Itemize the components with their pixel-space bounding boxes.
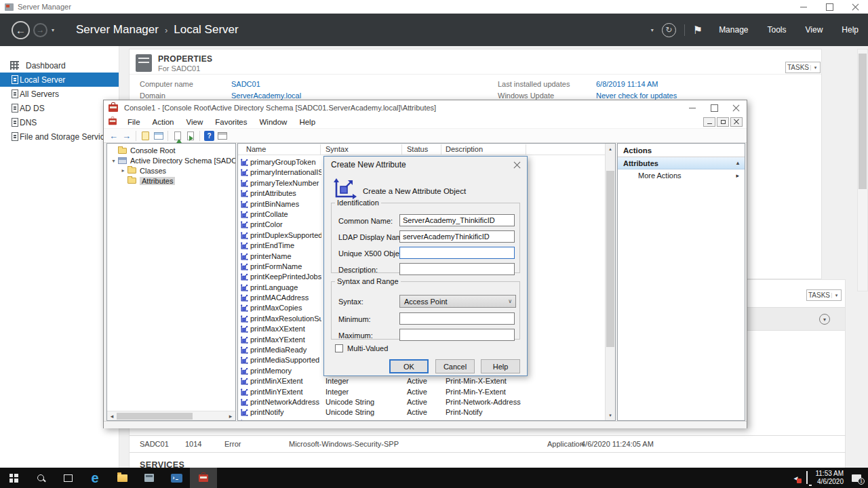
attribute-row-printnumberup[interactable]: printNumberUpIntegerActivePrint-Number-U… [238, 419, 605, 420]
attribute-row-printminxextent[interactable]: printMinXExtentIntegerActivePrint-Min-X-… [238, 377, 605, 387]
tree-item-console-root[interactable]: Console Root [107, 146, 235, 156]
toolbar-export-list-button[interactable] [184, 130, 197, 142]
taskbar-server-manager-button[interactable] [136, 468, 163, 488]
common-name-field[interactable] [399, 214, 515, 226]
toolbar-show-window-button[interactable] [216, 130, 229, 142]
sidebar-item-dashboard[interactable]: Dashboard [0, 58, 119, 73]
scroll-down-icon[interactable]: ▾ [606, 410, 615, 420]
child-close-button[interactable] [730, 117, 743, 127]
column-header-name[interactable]: Name [246, 145, 266, 153]
scroll-up-icon[interactable]: ▴ [606, 144, 615, 154]
refresh-button[interactable]: ↻ [662, 23, 676, 37]
description-field[interactable] [399, 263, 515, 275]
console-close-button[interactable] [725, 100, 747, 115]
maximum-field[interactable] [399, 329, 515, 341]
sidebar-item-dns[interactable]: DNS [0, 115, 119, 129]
console-maximize-button[interactable] [703, 100, 725, 115]
child-minimize-button[interactable] [703, 117, 715, 127]
list-vertical-scrollbar[interactable]: ▴ ▾ [605, 144, 615, 420]
console-titlebar[interactable]: Console1 - [Console Root\Active Director… [104, 100, 747, 115]
tree-horizontal-scrollbar[interactable]: ◂ ▸ [107, 411, 235, 420]
breadcrumb-root[interactable]: Server Manager [76, 23, 159, 37]
notifications-caret-icon[interactable]: ▾ [651, 27, 654, 33]
notification-center-icon[interactable]: 1 [852, 474, 861, 482]
tree-item-attributes[interactable]: Attributes [107, 176, 235, 186]
chevron-down-icon[interactable]: ▾ [109, 158, 118, 164]
console-minimize-button[interactable] [682, 100, 703, 115]
dialog-titlebar[interactable]: Create New Attribute [324, 157, 527, 173]
properties-tasks-button[interactable]: TASKS ▾ [785, 62, 821, 73]
prop-value-computer-name[interactable]: SADC01 [231, 80, 260, 88]
attribute-row-printnetworkaddress[interactable]: printNetworkAddressUnicode StringActiveP… [238, 398, 605, 408]
console-menu-view[interactable]: View [180, 118, 210, 126]
scroll-left-icon[interactable]: ◂ [107, 411, 117, 420]
toolbar-back-button[interactable]: ← [107, 130, 120, 142]
forward-button[interactable]: → [33, 23, 47, 37]
tree-item-schema[interactable]: ▾ Active Directory Schema [SADC01.Ser [107, 156, 235, 166]
toolbar-import-button[interactable] [171, 130, 184, 142]
minimize-button[interactable] [791, 0, 816, 14]
child-restore-button[interactable] [717, 117, 729, 127]
scrollbar-thumb[interactable] [117, 413, 193, 420]
x500-object-id-field[interactable] [399, 247, 515, 259]
start-button[interactable] [0, 468, 27, 488]
task-view-button[interactable] [54, 468, 81, 488]
header-menu-view[interactable]: View [796, 14, 833, 46]
attribute-row-printminyextent[interactable]: printMinYExtentIntegerActivePrint-Min-Y-… [238, 388, 605, 398]
syntax-dropdown[interactable]: Access Point ∨ [399, 295, 516, 308]
taskbar-edge-button[interactable]: e [81, 468, 108, 488]
header-menu-tools[interactable]: Tools [758, 14, 796, 46]
sidebar-item-ad-ds[interactable]: AD DS [0, 101, 119, 115]
main-scrollbar[interactable] [857, 49, 868, 291]
scrollbar-thumb[interactable] [859, 54, 867, 189]
help-button[interactable]: Help [481, 359, 520, 373]
collapse-button[interactable]: ▾ [819, 314, 830, 325]
breadcrumb-current[interactable]: Local Server [174, 23, 238, 37]
multi-valued-checkbox[interactable] [335, 344, 343, 352]
chevron-right-icon[interactable]: ▸ [119, 167, 127, 174]
prop-value-last-updates[interactable]: 6/8/2019 11:14 AM [596, 80, 658, 88]
network-icon[interactable] [806, 472, 808, 484]
close-button[interactable] [842, 0, 868, 14]
console-menu-help[interactable]: Help [293, 118, 321, 126]
sidebar-item-local-server[interactable]: Local Server [0, 73, 119, 87]
tree-item-classes[interactable]: ▸ Classes [107, 166, 235, 176]
nav-caret-icon[interactable]: ▾ [52, 27, 54, 33]
sidebar-item-file-and-storage-services[interactable]: File and Storage Services▸ [0, 129, 119, 144]
attribute-row-printnotify[interactable]: printNotifyUnicode StringActivePrint-Not… [238, 408, 605, 418]
more-actions-item[interactable]: More Actions ▸ [618, 169, 745, 182]
taskbar-explorer-button[interactable] [108, 468, 136, 488]
taskbar-clock[interactable]: 11:53 AM 4/6/2020 [815, 470, 844, 486]
prop-value-domain[interactable]: ServerAcademy.local [231, 92, 301, 100]
taskbar-powershell-button[interactable]: › [163, 468, 190, 488]
toolbar-help-button[interactable]: ? [203, 130, 216, 142]
header-menu-help[interactable]: Help [832, 14, 868, 46]
back-button[interactable]: ← [12, 21, 30, 39]
prop-value-windows-update[interactable]: Never check for updates [596, 92, 677, 100]
console-menu-action[interactable]: Action [146, 118, 180, 126]
toolbar-export-button[interactable] [139, 130, 152, 142]
toolbar-properties-button[interactable] [152, 130, 165, 142]
column-header-status[interactable]: Status [407, 145, 428, 153]
console-menu-favorites[interactable]: Favorites [209, 118, 253, 126]
taskbar-mmc-button[interactable] [190, 468, 217, 488]
console-menu-file[interactable]: File [121, 118, 146, 126]
header-menu-manage[interactable]: Manage [709, 14, 757, 46]
events-tasks-button[interactable]: TASKS ▾ [806, 289, 842, 301]
cancel-button[interactable]: Cancel [435, 359, 475, 373]
toolbar-forward-button[interactable]: → [120, 130, 133, 142]
console-menu-window[interactable]: Window [254, 118, 294, 126]
column-header-syntax[interactable]: Syntax [326, 145, 349, 153]
sidebar-item-all-servers[interactable]: All Servers [0, 87, 119, 101]
maximize-button[interactable] [816, 0, 842, 14]
actions-group-attributes[interactable]: Attributes ▴ [618, 157, 745, 169]
notifications-flag-icon[interactable]: ⚑ [693, 24, 703, 37]
column-header-description[interactable]: Description [446, 145, 483, 153]
dialog-close-button[interactable] [507, 157, 527, 173]
taskbar-search-button[interactable] [27, 468, 54, 488]
event-table-row[interactable]: SADC01 1014 Error Microsoft-Windows-Secu… [130, 435, 846, 453]
scroll-right-icon[interactable]: ▸ [226, 411, 235, 420]
ldap-display-name-field[interactable] [399, 230, 515, 243]
ok-button[interactable]: OK [389, 359, 429, 373]
minimum-field[interactable] [399, 312, 515, 325]
